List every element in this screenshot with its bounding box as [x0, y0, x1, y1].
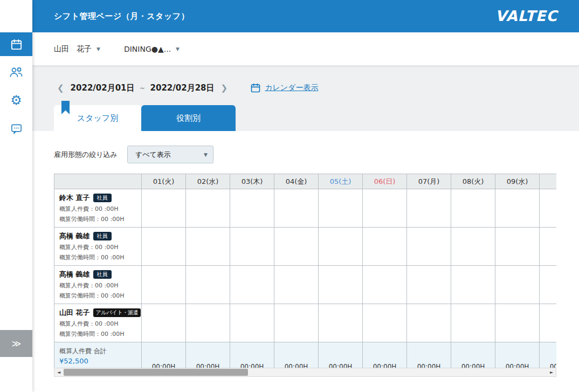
people-icon — [9, 66, 23, 79]
double-chevron-right-icon: ≫ — [12, 338, 21, 349]
tab-by-staff[interactable]: スタッフ別 — [54, 105, 141, 131]
sidebar-item-messages[interactable] — [0, 116, 32, 140]
staff-cost: 概算人件費：00 :00H — [59, 205, 136, 213]
shift-cell[interactable] — [495, 304, 540, 342]
shift-cell[interactable] — [230, 228, 274, 266]
shift-cell[interactable] — [540, 304, 557, 342]
day-total-cell: 00:00H — [230, 342, 274, 368]
shift-cell[interactable] — [186, 266, 230, 304]
sidebar-item-settings[interactable]: ⚙ — [0, 88, 32, 112]
valtec-logo: VALTEC — [495, 8, 557, 24]
shift-cell[interactable] — [142, 228, 186, 266]
day-total-cell: 00:00H — [495, 342, 540, 368]
day-header: 07(月) — [407, 174, 451, 189]
shift-cell[interactable] — [451, 228, 495, 266]
date-range-start: 2022/02月01日 — [71, 83, 135, 93]
store-selector[interactable]: DINING●▲... ▼ — [124, 45, 180, 53]
shift-cell[interactable] — [540, 228, 557, 266]
shift-cell[interactable] — [363, 189, 407, 228]
shift-cell[interactable] — [142, 266, 186, 304]
shift-cell[interactable] — [451, 266, 495, 304]
next-month-button[interactable]: ❯ — [218, 83, 231, 93]
horizontal-scrollbar[interactable]: ◄ ► — [54, 368, 556, 377]
scroll-left-icon[interactable]: ◄ — [54, 368, 63, 376]
sidebar-item-shift-calendar[interactable] — [0, 32, 32, 56]
shift-cell[interactable] — [407, 266, 451, 304]
shift-cell[interactable] — [540, 189, 557, 228]
shift-cell[interactable] — [540, 266, 557, 304]
shift-cell[interactable] — [230, 266, 274, 304]
tab-by-role[interactable]: 役割別 — [141, 105, 236, 131]
shift-cell[interactable] — [274, 266, 319, 304]
calendar-view-link-label: カレンダー表示 — [265, 83, 318, 93]
staff-selector[interactable]: 山田 花子 ▼ — [54, 44, 100, 54]
shift-cell[interactable] — [407, 304, 451, 342]
shift-cell[interactable] — [142, 189, 186, 228]
day-header: 01(火) — [142, 174, 186, 189]
scroll-right-icon[interactable]: ► — [547, 368, 556, 376]
shift-cell[interactable] — [186, 228, 230, 266]
staff-hours: 概算労働時間：00 :00H — [59, 330, 136, 338]
shift-cell[interactable] — [274, 189, 319, 228]
staff-info-cell: 鈴木 直子 社員 概算人件費：00 :00H 概算労働時間：00 :00H — [54, 189, 142, 228]
shift-cell[interactable] — [363, 304, 407, 342]
shift-table: 01(火) 02(水) 03(木) 04(金) 05(土) 06(日) 07(月… — [54, 174, 556, 368]
staff-hours: 概算労働時間：00 :00H — [59, 215, 136, 223]
shift-cell[interactable] — [495, 228, 540, 266]
shift-cell[interactable] — [230, 304, 274, 342]
sidebar-expand-button[interactable]: ≫ — [0, 330, 32, 357]
shift-cell[interactable] — [319, 266, 363, 304]
shift-cell[interactable] — [274, 228, 319, 266]
employment-badge: 社員 — [93, 232, 112, 240]
shift-cell[interactable] — [319, 304, 363, 342]
sidebar-items: ⚙ — [0, 0, 32, 140]
shift-cell[interactable] — [142, 304, 186, 342]
user-store-bar: 山田 花子 ▼ DINING●▲... ▼ — [32, 32, 579, 66]
totals-row: 概算人件費 合計 ¥52,500 概算労働時間 合計 63:45H 00:00H… — [54, 342, 557, 368]
table-row: 髙橋 義雄 社員 概算人件費：00 :00H 概算労働時間：00 :00H — [54, 228, 557, 266]
page-title: シフト管理ページ（月・スタッフ） — [54, 11, 189, 22]
totals-summary-cell: 概算人件費 合計 ¥52,500 概算労働時間 合計 63:45H — [54, 342, 142, 368]
main-content: ❮ 2022/02月01日 ～ 2022/02月28日 ❯ カレンダー表示 スタ… — [32, 66, 579, 392]
shift-cell[interactable] — [407, 228, 451, 266]
day-total-cell: 00:00H — [319, 342, 363, 368]
top-header: シフト管理ページ（月・スタッフ） VALTEC — [32, 0, 579, 32]
day-total-cell: 00:00H — [274, 342, 319, 368]
shift-cell[interactable] — [186, 189, 230, 228]
shift-cell[interactable] — [319, 228, 363, 266]
shift-cell[interactable] — [363, 266, 407, 304]
employment-filter-row: 雇用形態の絞り込み すべて表示 ▼ — [54, 146, 579, 163]
shift-cell[interactable] — [451, 189, 495, 228]
total-cost-value: ¥52,500 — [59, 357, 136, 365]
shift-cell[interactable] — [495, 189, 540, 228]
table-row: 鈴木 直子 社員 概算人件費：00 :00H 概算労働時間：00 :00H — [54, 189, 557, 228]
staff-shift-panel: 雇用形態の絞り込み すべて表示 ▼ 01(火) 02(水) — [32, 131, 579, 392]
date-range-end: 2022/02月28日 — [150, 83, 215, 93]
staff-name: 鈴木 直子 — [59, 193, 90, 203]
employment-filter-select[interactable]: すべて表示 ▼ — [127, 146, 213, 163]
shift-cell[interactable] — [407, 189, 451, 228]
sidebar: ⚙ ≫ — [0, 0, 32, 392]
shift-cell[interactable] — [451, 304, 495, 342]
employment-badge: 社員 — [93, 270, 112, 279]
shift-cell[interactable] — [363, 228, 407, 266]
table-row: 山田 花子 アルバイト・派遣 概算人件費：00 :00H 概算労働時間：00 :… — [54, 304, 557, 342]
staff-info-cell: 髙橋 義雄 社員 概算人件費：00 :00H 概算労働時間：00 :00H — [54, 228, 142, 266]
shift-cell[interactable] — [495, 266, 540, 304]
shift-cell[interactable] — [230, 189, 274, 228]
scrollbar-thumb[interactable] — [64, 369, 248, 376]
store-selector-value: DINING●▲... — [124, 45, 171, 53]
employment-filter-label: 雇用形態の絞り込み — [54, 150, 118, 160]
sidebar-item-staff[interactable] — [0, 60, 32, 84]
shift-table-viewport: 01(火) 02(水) 03(木) 04(金) 05(土) 06(日) 07(月… — [54, 174, 556, 368]
shift-cell[interactable] — [319, 189, 363, 228]
shift-cell[interactable] — [186, 304, 230, 342]
chevron-down-icon: ▼ — [96, 46, 100, 52]
calendar-view-link[interactable]: カレンダー表示 — [250, 82, 318, 93]
staff-selector-value: 山田 花子 — [54, 44, 92, 54]
shift-cell[interactable] — [274, 304, 319, 342]
calendar-icon — [250, 82, 261, 93]
prev-month-button[interactable]: ❮ — [54, 83, 67, 93]
staff-info-cell: 髙橋 義雄 社員 概算人件費：00 :00H 概算労働時間：00 :00H — [54, 266, 142, 304]
tab-by-staff-label: スタッフ別 — [77, 113, 118, 123]
